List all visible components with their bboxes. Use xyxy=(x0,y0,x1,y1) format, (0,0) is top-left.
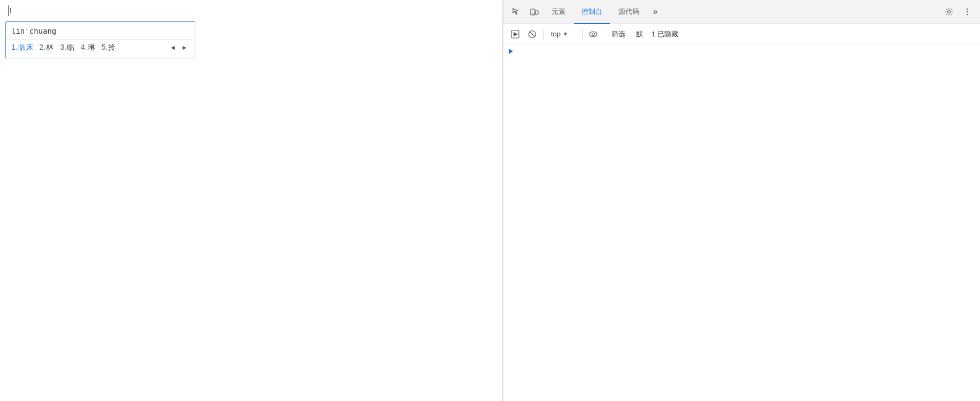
svg-point-3 xyxy=(948,11,951,13)
console-hidden-count: 1 已隐藏 xyxy=(652,29,678,39)
console-filter-button[interactable]: 筛选 xyxy=(607,28,630,41)
ime-candidate-2[interactable]: 2.林 xyxy=(40,43,54,52)
svg-line-10 xyxy=(530,32,535,37)
ime-candidate-3-num: 3. xyxy=(60,43,66,51)
ime-input-row: lin'chuang xyxy=(6,24,195,40)
ime-candidate-2-num: 2. xyxy=(40,43,46,51)
ime-candidate-4[interactable]: 4.琳 xyxy=(81,43,95,52)
tab-console[interactable]: 控制台 xyxy=(574,0,610,24)
svg-point-5 xyxy=(967,11,968,12)
ime-candidate-2-char: 林 xyxy=(46,43,53,51)
ime-candidate-1-char: 临床 xyxy=(18,43,33,51)
context-selector-text: top xyxy=(551,30,561,38)
ime-nav-arrows: ◄ ► xyxy=(168,43,189,52)
console-expand-row[interactable] xyxy=(506,47,978,56)
toolbar-divider xyxy=(543,29,543,40)
devtools-topbar: 元素 控制台 源代码 » xyxy=(503,0,980,24)
ime-candidate-5-num: 5. xyxy=(102,43,108,51)
console-watch-button[interactable] xyxy=(586,27,601,42)
expand-triangle-icon xyxy=(509,49,513,54)
ime-candidate-4-num: 4. xyxy=(81,43,87,51)
devtools-settings-area xyxy=(940,3,976,20)
device-toolbar-button[interactable] xyxy=(526,3,543,20)
svg-point-4 xyxy=(967,9,968,10)
console-clear-button[interactable] xyxy=(525,27,540,42)
console-toolbar: top ▼ 筛选 默 1 已隐藏 xyxy=(503,24,980,44)
ime-input-text: lin'chuang xyxy=(11,27,56,35)
ime-candidate-3-char: 临 xyxy=(67,43,74,51)
ime-next-arrow[interactable]: ► xyxy=(180,43,189,52)
svg-point-11 xyxy=(589,32,597,37)
devtools-panel: 元素 控制台 源代码 » xyxy=(503,0,980,401)
svg-marker-8 xyxy=(514,32,518,36)
text-cursor-area: I xyxy=(8,5,12,16)
svg-point-6 xyxy=(967,14,968,15)
ime-candidate-1-num: 1. xyxy=(11,43,18,51)
svg-rect-1 xyxy=(535,11,538,14)
ime-prev-arrow[interactable]: ◄ xyxy=(168,43,178,52)
ime-candidate-5[interactable]: 5.拎 xyxy=(102,43,116,52)
console-default-level: 默 xyxy=(632,28,647,41)
tab-overflow-button[interactable]: » xyxy=(648,3,663,20)
ime-dropdown: lin'chuang 1.临床 2.林 3.临 4.琳 xyxy=(5,21,195,58)
devtools-settings-button[interactable] xyxy=(940,3,958,20)
ime-candidate-4-char: 琳 xyxy=(88,43,95,51)
svg-point-12 xyxy=(592,33,595,35)
ime-candidate-1[interactable]: 1.临床 xyxy=(11,43,33,52)
ime-candidates-row: 1.临床 2.林 3.临 4.琳 5.拎 ◄ xyxy=(6,40,195,56)
console-main-area xyxy=(503,44,980,401)
toolbar-divider-2 xyxy=(582,29,583,40)
tab-sources[interactable]: 源代码 xyxy=(611,0,647,24)
inspect-element-button[interactable] xyxy=(508,3,525,20)
main-content-area: I lin'chuang 1.临床 2.林 3.临 4.琳 xyxy=(0,0,503,401)
devtools-more-button[interactable] xyxy=(959,3,976,20)
context-selector-button[interactable]: top ▼ xyxy=(547,29,579,39)
cursor-indicator: I xyxy=(10,6,12,15)
ime-candidate-3[interactable]: 3.临 xyxy=(60,43,74,52)
context-selector-arrow: ▼ xyxy=(563,31,568,37)
console-run-button[interactable] xyxy=(508,27,523,42)
ime-candidate-5-char: 拎 xyxy=(108,43,116,51)
tab-elements[interactable]: 元素 xyxy=(544,0,573,24)
blinking-cursor xyxy=(8,5,9,16)
